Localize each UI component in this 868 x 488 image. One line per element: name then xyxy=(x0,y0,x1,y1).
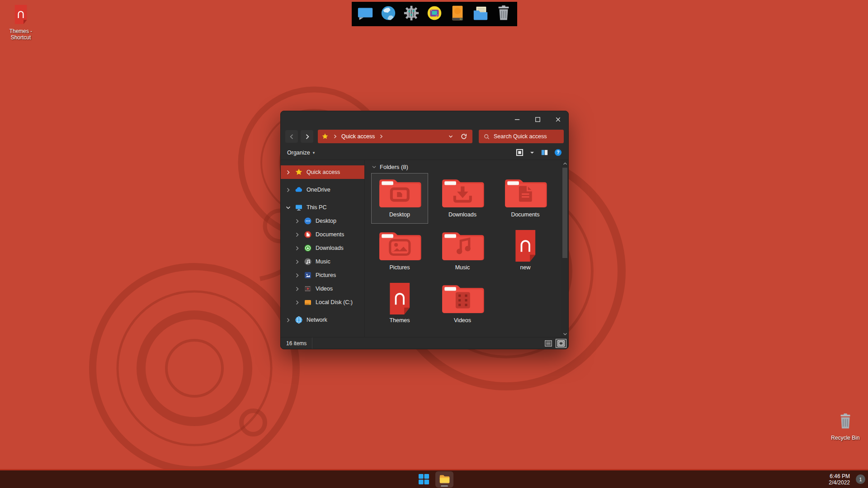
sidebar-item-label: Music xyxy=(316,258,330,265)
search-icon xyxy=(483,133,490,140)
sidebar-item-documents[interactable]: Documents xyxy=(281,228,364,241)
view-dropdown-icon[interactable] xyxy=(529,150,535,155)
start-button[interactable] xyxy=(415,471,433,488)
tile-label: Desktop xyxy=(389,211,410,218)
nfile-icon xyxy=(514,229,538,263)
close-button[interactable] xyxy=(548,111,568,127)
tray-item-tray-net[interactable] xyxy=(788,475,797,484)
back-button[interactable] xyxy=(285,130,298,143)
top-dock xyxy=(352,2,517,26)
recycle-bin[interactable]: Recycle Bin xyxy=(824,412,867,441)
chevron-right-icon[interactable] xyxy=(294,259,300,265)
folder-pictures-icon xyxy=(377,229,422,263)
folder-downloads-icon xyxy=(440,176,485,210)
clock-time: 6:46 PM xyxy=(829,473,850,479)
items-count: 16 items xyxy=(281,338,312,349)
dock-item-dock-drive[interactable] xyxy=(448,5,467,23)
breadcrumb-quick-access[interactable]: Quick access xyxy=(341,133,375,140)
tile-documents[interactable]: Documents xyxy=(497,173,554,224)
recycle-bin-label: Recycle Bin xyxy=(828,435,863,441)
chevron-right-icon[interactable] xyxy=(294,286,300,292)
dock-item-dock-trash[interactable] xyxy=(495,5,513,23)
sidebar-item-quick-access[interactable]: Quick access xyxy=(281,165,364,179)
sidebar-item-onedrive[interactable]: OneDrive xyxy=(281,183,364,197)
help-button[interactable]: ? xyxy=(554,149,562,156)
tile-desktop[interactable]: Desktop xyxy=(371,173,428,224)
scrollbar-thumb[interactable] xyxy=(562,168,567,258)
documents-badge-icon xyxy=(304,230,312,239)
tray-item-tray-sync[interactable] xyxy=(774,475,783,484)
tile-label: Themes xyxy=(389,317,410,324)
search-input[interactable] xyxy=(494,133,559,140)
chevron-down-icon[interactable] xyxy=(285,205,291,211)
tray-item-tray-batt[interactable] xyxy=(814,475,823,484)
sidebar-item-label: Videos xyxy=(316,286,333,292)
large-icons-view-button[interactable] xyxy=(556,339,566,348)
vertical-scrollbar[interactable] xyxy=(561,160,568,337)
scroll-down-icon[interactable] xyxy=(561,330,568,337)
tile-label: Pictures xyxy=(389,264,410,271)
sidebar-item-label: This PC xyxy=(307,204,326,211)
icon-view-button[interactable] xyxy=(516,149,524,156)
chevron-right-icon[interactable] xyxy=(294,300,300,305)
taskbar-clock[interactable]: 6:46 PM 2/4/2022 xyxy=(829,473,850,486)
tile-pictures[interactable]: Pictures xyxy=(371,226,428,277)
breadcrumb-separator-icon xyxy=(378,133,384,140)
tile-music[interactable]: Music xyxy=(434,226,491,277)
sidebar-item-label: Network xyxy=(307,317,327,323)
dock-item-dock-globe[interactable] xyxy=(379,5,397,23)
desktop-dots-icon xyxy=(304,217,312,225)
tile-themes[interactable]: Themes xyxy=(371,279,428,329)
system-tray: 6:46 PM 2/4/2022 1 xyxy=(761,470,865,488)
preview-pane-button[interactable] xyxy=(541,149,548,156)
group-header[interactable]: Folders (8) xyxy=(371,164,557,170)
sidebar-item-this-pc[interactable]: This PC xyxy=(281,201,364,214)
chevron-right-icon[interactable] xyxy=(294,272,300,278)
dock-item-dock-files[interactable] xyxy=(472,5,490,23)
clock-date: 2/4/2022 xyxy=(829,479,850,486)
tile-videos[interactable]: Videos xyxy=(434,279,491,329)
nfile-icon xyxy=(388,282,412,316)
tray-item-tray-vol[interactable] xyxy=(801,475,810,484)
sidebar-item-pictures[interactable]: Pictures xyxy=(281,268,364,282)
search-box[interactable] xyxy=(479,130,564,143)
chevron-right-icon[interactable] xyxy=(285,317,291,323)
chevron-right-icon[interactable] xyxy=(294,218,300,224)
dock-item-dock-gear[interactable] xyxy=(402,5,420,23)
organize-menu[interactable]: Organize ▾ xyxy=(287,150,315,156)
address-bar[interactable]: Quick access xyxy=(318,130,472,143)
chevron-right-icon[interactable] xyxy=(294,232,300,238)
address-dropdown-icon[interactable] xyxy=(446,131,456,141)
themes-shortcut[interactable]: Themes - Shortcut xyxy=(2,5,40,41)
command-toolbar: Organize ▾ ? xyxy=(281,145,568,160)
sidebar-item-videos[interactable]: Videos xyxy=(281,282,364,296)
chevron-right-icon[interactable] xyxy=(285,169,291,175)
svg-text:?: ? xyxy=(557,150,559,155)
details-view-button[interactable] xyxy=(543,339,554,348)
refresh-icon[interactable] xyxy=(459,131,469,141)
scroll-up-icon[interactable] xyxy=(561,160,568,167)
tile-downloads[interactable]: Downloads xyxy=(434,173,491,224)
dock-item-dock-pc[interactable] xyxy=(356,5,374,23)
sidebar-item-network[interactable]: Network xyxy=(281,313,364,327)
forward-button[interactable] xyxy=(301,130,313,143)
dock-item-dock-game[interactable] xyxy=(425,5,443,23)
minimize-button[interactable] xyxy=(507,111,528,127)
sidebar-item-label: Local Disk (C:) xyxy=(316,299,353,305)
file-explorer-taskbar-button[interactable] xyxy=(435,471,453,488)
titlebar[interactable] xyxy=(281,111,568,127)
tray-item-tray-chevron[interactable] xyxy=(761,475,770,484)
maximize-button[interactable] xyxy=(528,111,548,127)
globe-mini-icon xyxy=(295,316,303,324)
folder-desktop-icon xyxy=(377,176,422,210)
tile-label: Music xyxy=(455,264,470,271)
sidebar-item-downloads[interactable]: Downloads xyxy=(281,241,364,255)
notification-badge[interactable]: 1 xyxy=(856,474,865,484)
chevron-right-icon[interactable] xyxy=(294,245,300,251)
chevron-right-icon[interactable] xyxy=(285,187,291,193)
sidebar-item-music[interactable]: Music xyxy=(281,255,364,268)
tile-new[interactable]: new xyxy=(497,226,554,277)
sidebar-item-local-disk-c[interactable]: Local Disk (C:) xyxy=(281,296,364,309)
music-badge-icon xyxy=(304,258,312,266)
sidebar-item-desktop[interactable]: Desktop xyxy=(281,214,364,228)
